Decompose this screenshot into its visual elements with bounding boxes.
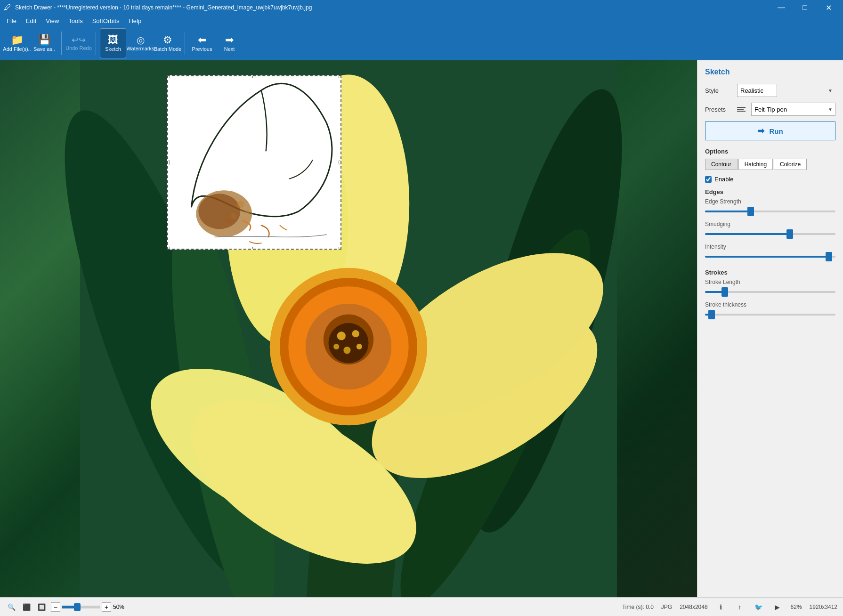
share-button[interactable]: ↑ bbox=[734, 601, 746, 613]
zoom-slider-track bbox=[62, 606, 100, 608]
smudging-slider-container bbox=[705, 229, 835, 239]
flower-svg bbox=[0, 60, 697, 597]
svg-point-28 bbox=[245, 209, 250, 214]
edge-strength-label: Edge Strength bbox=[705, 198, 835, 205]
style-select[interactable]: Realistic Pencil Charcoal Ink bbox=[737, 84, 777, 97]
svg-point-19 bbox=[352, 330, 359, 337]
menubar: File Edit View Tools SoftOrbits Help bbox=[0, 15, 843, 26]
zoom-out-button[interactable]: − bbox=[51, 602, 60, 612]
stroke-thickness-label: Stroke thickness bbox=[705, 301, 835, 308]
batch-label: Batch Mode bbox=[154, 46, 182, 52]
watermarks-icon: ◎ bbox=[137, 35, 145, 45]
svg-point-22 bbox=[333, 344, 339, 349]
previous-label: Previous bbox=[192, 46, 212, 52]
zoom-in-button[interactable]: + bbox=[102, 602, 111, 612]
zoom-value: 50% bbox=[113, 604, 130, 610]
strokes-title: Strokes bbox=[705, 269, 835, 276]
presets-row: Presets Felt-Tip pen Pencil Fine Ink Cha… bbox=[705, 103, 835, 116]
handle-bm[interactable] bbox=[252, 247, 256, 250]
watermarks-button[interactable]: ◎ Watermarks bbox=[127, 28, 154, 58]
svg-point-26 bbox=[236, 201, 244, 208]
panel-title: Sketch bbox=[705, 68, 835, 76]
handle-br[interactable] bbox=[339, 247, 341, 250]
save-as-button[interactable]: 💾 Save as.. bbox=[31, 28, 57, 58]
svg-point-25 bbox=[198, 194, 240, 229]
sketch-icon: 🖼 bbox=[108, 35, 118, 45]
zoom-thumb bbox=[74, 603, 81, 611]
menu-file[interactable]: File bbox=[2, 15, 21, 26]
batch-mode-button[interactable]: ⚙ Batch Mode bbox=[154, 28, 181, 58]
presets-select[interactable]: Felt-Tip pen Pencil Fine Ink Charcoal bbox=[751, 103, 835, 116]
run-label: Run bbox=[769, 127, 783, 135]
previous-icon: ⬅ bbox=[198, 35, 206, 45]
presets-select-wrapper: Felt-Tip pen Pencil Fine Ink Charcoal bbox=[751, 103, 835, 116]
image-dimensions: 2048x2048 bbox=[680, 604, 707, 610]
zoom-fit-page-button[interactable]: ⬛ bbox=[21, 601, 32, 613]
edges-section: Edges Edge Strength Smudging Intensity bbox=[705, 188, 835, 261]
app-icon: 🖊 bbox=[4, 3, 11, 12]
watermarks-label: Watermarks bbox=[127, 46, 154, 51]
info-button[interactable]: ℹ bbox=[715, 601, 727, 613]
batch-icon: ⚙ bbox=[163, 35, 172, 45]
sketch-overlay bbox=[167, 75, 341, 250]
statusbar-left: 🔍 ⬛ 🔲 − + 50% bbox=[6, 601, 130, 613]
next-label: Next bbox=[224, 46, 235, 52]
time-label: Time (s): 0.0 bbox=[622, 604, 654, 610]
add-files-button[interactable]: 📁 Add File(s).. bbox=[4, 28, 30, 58]
tab-hatching[interactable]: Hatching bbox=[738, 159, 773, 170]
handle-tr[interactable] bbox=[339, 75, 341, 78]
zoom-actual-button[interactable]: 🔲 bbox=[36, 601, 47, 613]
titlebar-left: 🖊 Sketch Drawer - ****Unregistered versi… bbox=[4, 3, 312, 12]
zoom-fit-button[interactable]: 🔍 bbox=[6, 601, 17, 613]
main-layout: Sketch Style Realistic Pencil Charcoal I… bbox=[0, 60, 843, 597]
add-files-icon: 📁 bbox=[11, 35, 24, 45]
menu-edit[interactable]: Edit bbox=[21, 15, 41, 26]
previous-button[interactable]: ⬅ Previous bbox=[189, 28, 215, 58]
sketch-button[interactable]: 🖼 Sketch bbox=[100, 28, 126, 58]
handle-tm[interactable] bbox=[252, 75, 256, 78]
style-select-wrapper: Realistic Pencil Charcoal Ink bbox=[737, 84, 835, 97]
svg-point-21 bbox=[357, 344, 362, 349]
canvas-area bbox=[0, 60, 697, 597]
video-button[interactable]: ▶ bbox=[772, 601, 783, 613]
toolbar-separator-1 bbox=[61, 32, 62, 55]
menu-tools[interactable]: Tools bbox=[64, 15, 87, 26]
save-label: Save as.. bbox=[33, 46, 55, 52]
stroke-length-label: Stroke Length bbox=[705, 279, 835, 285]
run-button[interactable]: ➡ Run bbox=[705, 122, 835, 140]
toolbar: 📁 Add File(s).. 💾 Save as.. ↩↪ Undo Redo… bbox=[0, 26, 843, 60]
handle-tl[interactable] bbox=[167, 75, 170, 78]
menu-softorbits[interactable]: SoftOrbits bbox=[88, 15, 124, 26]
svg-rect-23 bbox=[168, 76, 340, 249]
right-panel: Sketch Style Realistic Pencil Charcoal I… bbox=[697, 60, 843, 597]
maximize-button[interactable]: □ bbox=[794, 0, 816, 15]
zoom-controls: − + 50% bbox=[51, 602, 130, 612]
sketch-label: Sketch bbox=[105, 46, 121, 52]
tab-contour[interactable]: Contour bbox=[705, 159, 738, 170]
titlebar-title: Sketch Drawer - ****Unregistered version… bbox=[15, 4, 312, 11]
svg-point-29 bbox=[226, 218, 232, 224]
style-row: Style Realistic Pencil Charcoal Ink bbox=[705, 84, 835, 97]
toolbar-separator-3 bbox=[185, 32, 185, 55]
svg-point-20 bbox=[343, 347, 350, 354]
intensity-slider-container bbox=[705, 252, 835, 261]
twitter-button[interactable]: 🐦 bbox=[753, 601, 764, 613]
undo-redo-button[interactable]: ↩↪ Undo Redo bbox=[65, 28, 92, 58]
minimize-button[interactable]: — bbox=[770, 0, 792, 15]
toolbar-group-file: 📁 Add File(s).. 💾 Save as.. bbox=[4, 28, 57, 58]
handle-mr[interactable] bbox=[339, 161, 341, 164]
menu-view[interactable]: View bbox=[41, 15, 64, 26]
menu-help[interactable]: Help bbox=[124, 15, 146, 26]
toolbar-group-undo: ↩↪ Undo Redo bbox=[65, 28, 92, 58]
handle-ml[interactable] bbox=[167, 161, 170, 164]
close-button[interactable]: ✕ bbox=[818, 0, 839, 15]
edge-strength-slider-container bbox=[705, 207, 835, 216]
enable-checkbox[interactable] bbox=[705, 176, 712, 183]
handle-bl[interactable] bbox=[167, 247, 170, 250]
tab-colorize[interactable]: Colorize bbox=[774, 159, 807, 170]
statusbar: 🔍 ⬛ 🔲 − + 50% Time (s): 0.0 JPG 2048x204… bbox=[0, 597, 843, 616]
sketch-svg bbox=[168, 76, 340, 249]
smudging-label: Smudging bbox=[705, 221, 835, 227]
enable-label: Enable bbox=[714, 176, 733, 183]
next-button[interactable]: ➡ Next bbox=[216, 28, 243, 58]
